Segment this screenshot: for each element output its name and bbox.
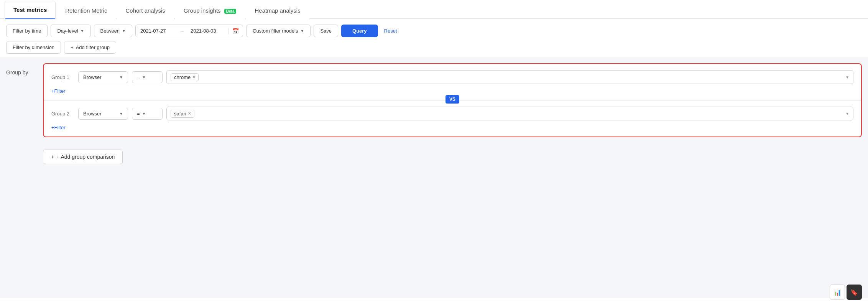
group-2-section: Group 2 Browser ▼ = ▼ safari × xyxy=(44,100,861,137)
calendar-icon[interactable]: 📅 xyxy=(228,28,243,34)
tab-heatmap-analysis[interactable]: Heatmap analysis xyxy=(246,2,309,19)
chart-icon-button[interactable]: 📊 xyxy=(830,285,845,300)
query-button[interactable]: Query xyxy=(341,25,378,37)
add-comparison-plus-icon: + xyxy=(51,154,54,160)
add-filter-group-button[interactable]: + Add filter group xyxy=(64,41,116,54)
group-1-dimension-arrow-icon: ▼ xyxy=(119,75,123,79)
comparison-box: Group 1 Browser ▼ = ▼ chrome × xyxy=(43,63,862,137)
date-range-arrow-icon: → xyxy=(178,28,186,34)
tab-test-metrics[interactable]: Test metrics xyxy=(5,1,56,19)
date-start-input[interactable] xyxy=(136,25,178,37)
group-2-safari-tag: safari × xyxy=(171,110,194,118)
group-2-row: Group 2 Browser ▼ = ▼ safari × xyxy=(51,107,853,120)
group-2-label: Group 2 xyxy=(51,111,74,117)
reset-button[interactable]: Reset xyxy=(381,25,400,37)
group-2-dimension-arrow-icon: ▼ xyxy=(119,112,123,116)
add-comparison-label: + Add group comparison xyxy=(56,154,115,160)
group-2-value-dropdown-icon[interactable]: ▼ xyxy=(845,112,849,116)
group-1-value-field[interactable]: chrome × ▼ xyxy=(166,70,853,84)
date-range-group: → 📅 xyxy=(135,25,243,37)
day-level-arrow-icon: ▼ xyxy=(81,29,84,33)
filter-by-dimension-button[interactable]: Filter by dimension xyxy=(6,41,61,54)
bookmark-icon-button[interactable]: 🔖 xyxy=(847,285,862,300)
toolbar-row-2: Filter by dimension + Add filter group xyxy=(6,41,862,54)
group-1-dimension-select[interactable]: Browser ▼ xyxy=(78,71,128,83)
plus-icon: + xyxy=(71,44,74,50)
group-1-value-dropdown-icon[interactable]: ▼ xyxy=(845,75,849,79)
custom-filter-models-dropdown[interactable]: Custom filter models ▼ xyxy=(246,25,311,37)
toolbar-area: Filter by time Day-level ▼ Between ▼ → 📅… xyxy=(0,19,868,57)
bookmark-icon: 🔖 xyxy=(850,289,858,296)
group-1-label: Group 1 xyxy=(51,74,74,80)
group-1-chrome-value: chrome xyxy=(174,74,191,80)
custom-filter-arrow-icon: ▼ xyxy=(300,29,304,33)
group-2-add-filter-link[interactable]: +Filter xyxy=(51,125,65,130)
group-1-add-filter-link[interactable]: +Filter xyxy=(51,88,65,94)
group-2-dimension-select[interactable]: Browser ▼ xyxy=(78,108,128,120)
tabs-bar: Test metrics Retention Metric Cohort ana… xyxy=(0,0,868,19)
group-2-operator-arrow-icon: ▼ xyxy=(142,112,146,116)
chart-bar-icon: 📊 xyxy=(833,289,841,296)
bottom-right-icons: 📊 🔖 xyxy=(830,285,862,300)
add-group-comparison-button[interactable]: + + Add group comparison xyxy=(43,150,123,164)
group-1-operator-arrow-icon: ▼ xyxy=(142,75,146,79)
tab-cohort-analysis[interactable]: Cohort analysis xyxy=(117,2,174,19)
group-by-row: Group by Group 1 Browser ▼ = ▼ xyxy=(6,63,862,137)
group-2-value-field[interactable]: safari × ▼ xyxy=(166,107,853,120)
between-dropdown[interactable]: Between ▼ xyxy=(94,25,133,37)
group-1-operator-select[interactable]: = ▼ xyxy=(132,71,163,83)
group-2-safari-value: safari xyxy=(174,111,186,117)
app-container: Test metrics Retention Metric Cohort ana… xyxy=(0,0,868,306)
group-1-chrome-remove-icon[interactable]: × xyxy=(192,74,195,80)
group-2-operator-select[interactable]: = ▼ xyxy=(132,108,163,120)
vs-badge: VS xyxy=(446,95,459,104)
date-end-input[interactable] xyxy=(186,25,228,37)
group-by-label: Group by xyxy=(6,63,37,76)
beta-badge: Beta xyxy=(224,9,237,14)
group-1-row: Group 1 Browser ▼ = ▼ chrome × xyxy=(51,70,853,84)
between-arrow-icon: ▼ xyxy=(122,29,126,33)
tab-group-insights[interactable]: Group insights Beta xyxy=(175,2,245,19)
save-button[interactable]: Save xyxy=(314,25,338,37)
vs-divider: VS xyxy=(44,100,861,100)
main-content: Group by Group 1 Browser ▼ = ▼ xyxy=(0,57,868,298)
group-1-section: Group 1 Browser ▼ = ▼ chrome × xyxy=(44,64,861,100)
group-1-chrome-tag: chrome × xyxy=(171,73,199,81)
add-comparison-area: + + Add group comparison xyxy=(43,143,862,164)
day-level-dropdown[interactable]: Day-level ▼ xyxy=(51,25,90,37)
filter-by-time-button[interactable]: Filter by time xyxy=(6,25,48,37)
group-2-safari-remove-icon[interactable]: × xyxy=(188,111,191,116)
toolbar-row-1: Filter by time Day-level ▼ Between ▼ → 📅… xyxy=(6,25,862,37)
tab-retention-metric[interactable]: Retention Metric xyxy=(56,2,116,19)
add-filter-group-label: Add filter group xyxy=(76,44,110,50)
